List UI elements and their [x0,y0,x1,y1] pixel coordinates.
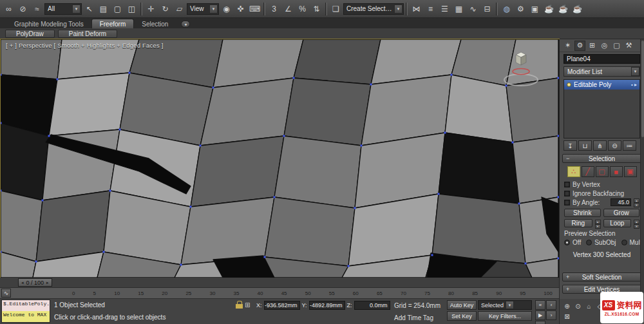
select-by-name-icon[interactable]: ▤ [97,2,110,15]
render-iterative-icon[interactable]: ☕ [556,2,570,15]
mesh-vertex[interactable] [518,203,520,205]
selection-filter-dropdown[interactable]: All▼ [44,3,82,15]
panel-scrollbar-thumb[interactable] [641,41,644,137]
utilities-tab-icon[interactable]: ⚒ [623,41,634,51]
frame-label-5[interactable]: 5 [93,291,96,296]
mesh-face[interactable] [49,73,129,136]
frame-label-75[interactable]: 75 [424,291,430,296]
frame-label-70[interactable]: 70 [401,291,406,296]
panel-scrollbar[interactable] [640,39,644,299]
mesh-vertex[interactable] [264,256,266,258]
frame-label-0[interactable]: 0 [72,291,75,296]
zoom-extents-icon[interactable]: ⌂ [584,302,594,311]
mesh-vertex[interactable] [119,129,121,131]
mesh-vertex[interactable] [180,264,182,266]
render-production-icon[interactable]: ☕ [542,2,556,15]
by-angle-checkbox[interactable] [564,200,570,205]
activeshade-icon[interactable]: ☕ [571,2,584,15]
set-key-button[interactable]: Set Key [447,311,477,321]
zoom-all-icon[interactable]: ⊙ [573,302,583,311]
frame-label-55[interactable]: 55 [329,291,335,296]
spinner-down-icon[interactable]: ▼ [634,224,639,229]
select-and-scale-icon[interactable]: ▱ [173,2,186,15]
collapse-icon[interactable]: − [566,155,569,162]
rectangular-selection-region-icon[interactable]: ▢ [111,2,124,15]
use-pivot-point-center-icon[interactable]: ◉ [220,2,233,15]
viewport-label[interactable]: [ + ] Perspective [ Smooth + Highlights … [6,42,164,49]
schematic-view-icon[interactable]: ⊟ [480,2,494,15]
frame-label-85[interactable]: 85 [472,291,478,296]
selection-rollout-header[interactable]: − Selection [562,154,641,163]
mesh-face[interactable] [200,78,294,146]
spinner-down-icon[interactable]: ▼ [634,203,639,207]
next-frame-button[interactable]: › [546,310,556,320]
preview-subobj-radio[interactable] [586,240,592,245]
select-object-icon[interactable]: ↖ [82,2,96,15]
x-coordinate-field[interactable]: -936.582mm [264,301,300,310]
mesh-vertex[interactable] [109,190,111,192]
time-slider[interactable]: ◂ 0 / 100 ▸ [0,278,559,288]
chevron-down-icon[interactable]: ▼ [631,67,639,76]
angle-spinner[interactable]: ▲▼ [634,198,639,206]
mesh-vertex[interactable] [1,190,2,192]
prev-frame-arrow-icon[interactable]: ◂ [21,280,24,285]
modify-tab-icon[interactable]: ⚙ [574,41,585,51]
mesh-vertex[interactable] [438,193,440,195]
spinner-up-icon[interactable]: ▲ [634,220,639,224]
mesh-vertex[interactable] [1,74,2,76]
mesh-vertex[interactable] [1,251,2,253]
key-filters-button[interactable]: Key Filters... [478,311,532,321]
spinner-snap-toggle-icon[interactable]: ⇅ [310,2,323,15]
frame-label-100[interactable]: 100 [544,291,552,296]
chevron-down-icon[interactable]: ▼ [394,5,402,14]
motion-tab-icon[interactable]: ◎ [599,41,610,51]
zoom-icon[interactable]: ⊕ [562,302,572,311]
mesh-vertex[interactable] [103,251,105,253]
mesh-face[interactable] [1,191,43,262]
tab-selection[interactable]: Selection [134,19,176,28]
polydraw-button[interactable]: PolyDraw [5,30,55,38]
preview-off-radio[interactable] [564,240,570,245]
edge-mode-button[interactable]: ╱ [582,166,594,177]
modifier-stack[interactable]: Editable Poly • ▸ [564,79,640,138]
ignore-backfacing-checkbox[interactable] [564,191,570,196]
tab-freeform[interactable]: Freeform [91,19,135,28]
make-unique-button[interactable]: ⋔ [593,140,607,151]
create-tab-icon[interactable]: ✶ [562,41,573,51]
time-slider-thumb[interactable]: ◂ 0 / 100 ▸ [18,278,52,287]
listener-line[interactable]: Welcome to MAX [2,311,50,322]
frame-label-15[interactable]: 15 [138,291,144,296]
mesh-vertex[interactable] [451,74,453,76]
y-coordinate-field[interactable]: -4892.89mm [309,301,345,310]
window-crossing-icon[interactable]: ◫ [125,2,138,15]
soft-selection-rollout-header[interactable]: + Soft Selection [562,272,641,281]
vertex-mode-button[interactable]: ∴ [567,166,580,177]
preview-multi-radio[interactable] [621,240,627,245]
element-mode-button[interactable]: ▣ [624,166,637,177]
frame-label-65[interactable]: 65 [377,291,383,296]
track-bar[interactable]: ∿ 05101520253035404550556065707580859095… [0,288,559,299]
frame-label-95[interactable]: 95 [520,291,526,296]
go-to-end-button[interactable]: » [535,321,545,324]
mesh-vertex[interactable] [42,200,44,202]
named-selection-sets-dropdown[interactable]: Create Selection Se▼ [343,3,404,15]
perspective-viewport[interactable]: [ + ] Perspective [ Smooth + Highlights … [1,39,559,278]
frame-label-90[interactable]: 90 [496,291,502,296]
mesh-face[interactable] [294,39,381,84]
chevron-down-icon[interactable]: ▼ [506,301,514,309]
mesh-face[interactable] [513,136,558,204]
next-frame-arrow-icon[interactable]: ▸ [46,280,49,285]
mesh-vertex[interactable] [200,145,202,147]
loop-spinner[interactable]: ▲▼ [634,220,639,227]
mesh-face[interactable] [274,136,361,208]
loop-button[interactable]: Loop [603,219,632,227]
frame-label-10[interactable]: 10 [114,291,120,296]
mesh-vertex[interactable] [512,142,514,144]
frame-label-45[interactable]: 45 [281,291,287,296]
show-end-result-button[interactable]: ⊔ [578,140,592,151]
mesh-vertex[interactable] [370,84,372,86]
mesh-vertex[interactable] [129,72,131,74]
stack-item-editable-poly[interactable]: Editable Poly • ▸ [564,80,639,90]
graphite-ribbon-toggle-icon[interactable]: ▦ [452,2,466,15]
spinner-down-icon[interactable]: ▼ [595,224,601,229]
